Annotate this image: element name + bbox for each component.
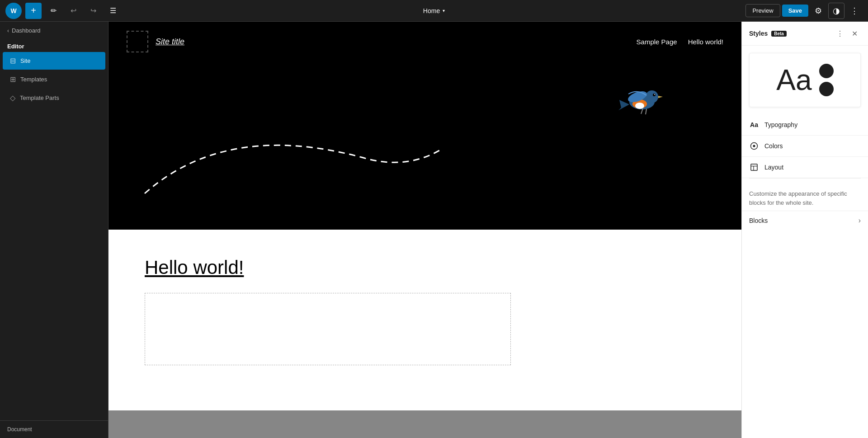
beta-badge: Beta	[771, 31, 787, 37]
styles-close-button[interactable]: ✕	[848, 27, 861, 40]
undo-button[interactable]: ↩	[65, 3, 81, 19]
styles-more-button[interactable]: ⋮	[834, 27, 846, 40]
canvas-hello-world-heading: Hello world!	[145, 257, 705, 278]
blocks-label: Blocks	[749, 217, 768, 224]
undo-icon: ↩	[71, 6, 76, 15]
typography-label: Typography	[764, 121, 797, 128]
canvas-nav-hello-world: Hello world!	[688, 38, 723, 46]
layout-label: Layout	[764, 164, 783, 171]
styles-label: Styles	[749, 30, 768, 37]
style-dot-2	[819, 82, 834, 96]
colors-icon	[749, 141, 759, 151]
canvas-header-bar: Site title Sample Page Hello world!	[108, 22, 741, 61]
svg-point-4	[653, 94, 656, 96]
site-icon: ⊟	[10, 57, 16, 65]
svg-rect-13	[751, 164, 757, 170]
chevron-right-icon: ›	[859, 217, 861, 225]
sidebar-item-label-template-parts: Template Parts	[20, 94, 59, 101]
svg-marker-6	[658, 96, 663, 98]
canvas-area: Site title Sample Page Hello world!	[108, 22, 741, 438]
layout-icon	[749, 162, 759, 172]
template-parts-icon: ◇	[10, 94, 15, 102]
sidebar-item-label-templates: Templates	[20, 76, 47, 83]
svg-point-2	[635, 103, 644, 109]
sidebar-item-template-parts[interactable]: ◇ Template Parts	[3, 89, 105, 107]
sidebar-item-templates[interactable]: ⊞ Templates	[3, 71, 105, 88]
canvas-nav: Sample Page Hello world!	[637, 38, 723, 46]
editor-label: Editor	[0, 39, 108, 52]
toolbar-right-actions: Preview Save ⚙ ◑ ⋮	[745, 3, 863, 19]
canvas-content-section: Hello world!	[108, 230, 741, 410]
edit-icon: ✏	[51, 6, 57, 15]
settings-button[interactable]: ⚙	[810, 3, 826, 19]
svg-marker-8	[618, 100, 629, 110]
sidebar-item-label-site: Site	[20, 57, 30, 64]
canvas-logo-placeholder	[127, 31, 148, 52]
blocks-menu-item[interactable]: Blocks ›	[742, 211, 868, 230]
document-label: Document	[7, 426, 32, 433]
canvas-bird-section	[108, 61, 741, 230]
more-options-button[interactable]: ⋮	[846, 3, 863, 19]
style-preview-text: Aa	[776, 63, 811, 97]
canvas-header-section: Site title Sample Page Hello world!	[108, 22, 741, 230]
dashboard-label: Dashboard	[12, 27, 41, 34]
dashed-curve	[136, 112, 452, 203]
half-circle-icon: ◑	[833, 6, 840, 16]
svg-line-10	[646, 109, 646, 114]
main-layout: ‹ Dashboard Editor ⊟ Site ⊞ Templates ◇ …	[0, 22, 868, 438]
sidebar-footer: Document	[0, 420, 108, 438]
canvas-site-title-area: Site title	[127, 31, 184, 52]
templates-icon: ⊞	[10, 75, 16, 84]
page-selector[interactable]: Home ▾	[423, 7, 445, 14]
chevron-down-icon: ▾	[443, 8, 445, 13]
colors-menu-item[interactable]: Colors	[742, 136, 868, 157]
canvas-site-title: Site title	[156, 37, 184, 47]
redo-icon: ↪	[90, 6, 96, 15]
list-view-button[interactable]: ☰	[105, 3, 121, 19]
typography-menu-item[interactable]: Aa Typography	[742, 114, 868, 136]
dashboard-link[interactable]: ‹ Dashboard	[0, 22, 108, 39]
svg-point-3	[646, 90, 658, 103]
wp-logo-button[interactable]: W	[5, 3, 22, 19]
style-preview-dots	[819, 64, 834, 96]
styles-button[interactable]: ◑	[828, 3, 844, 19]
svg-point-5	[654, 94, 655, 95]
chevron-left-icon: ‹	[7, 28, 9, 34]
close-icon: ✕	[852, 29, 858, 38]
left-sidebar: ‹ Dashboard Editor ⊟ Site ⊞ Templates ◇ …	[0, 22, 108, 438]
style-dot-1	[819, 64, 834, 78]
add-block-button[interactable]: +	[25, 3, 42, 19]
save-button[interactable]: Save	[782, 5, 808, 17]
colors-label: Colors	[764, 142, 783, 150]
styles-panel-actions: ⋮ ✕	[834, 27, 861, 40]
canvas-nav-sample-page: Sample Page	[637, 38, 677, 46]
gear-icon: ⚙	[815, 6, 822, 16]
layout-menu-item[interactable]: Layout	[742, 157, 868, 178]
style-preview: Aa	[749, 53, 861, 107]
sidebar-item-site[interactable]: ⊟ Site	[3, 52, 105, 70]
more-vertical-icon: ⋮	[836, 29, 844, 38]
customize-description: Customize the appearance of specific blo…	[742, 179, 868, 211]
styles-panel-header: Styles Beta ⋮ ✕	[742, 22, 868, 46]
typography-icon: Aa	[749, 120, 759, 130]
wp-logo-icon: W	[10, 7, 16, 14]
canvas-content-placeholder	[145, 293, 511, 365]
styles-panel: Styles Beta ⋮ ✕ Aa Aa	[741, 22, 868, 438]
redo-button[interactable]: ↪	[85, 3, 101, 19]
styles-title-row: Styles Beta	[749, 30, 787, 37]
svg-point-12	[753, 145, 755, 147]
preview-button[interactable]: Preview	[745, 4, 780, 17]
page-name: Home	[423, 7, 440, 14]
tools-button[interactable]: ✏	[45, 3, 61, 19]
list-icon: ☰	[110, 6, 116, 15]
more-icon: ⋮	[850, 6, 859, 16]
add-icon: +	[31, 5, 36, 16]
bird-icon	[615, 80, 669, 120]
top-toolbar: W + ✏ ↩ ↪ ☰ Home ▾ Preview Save ⚙ ◑	[0, 0, 868, 22]
